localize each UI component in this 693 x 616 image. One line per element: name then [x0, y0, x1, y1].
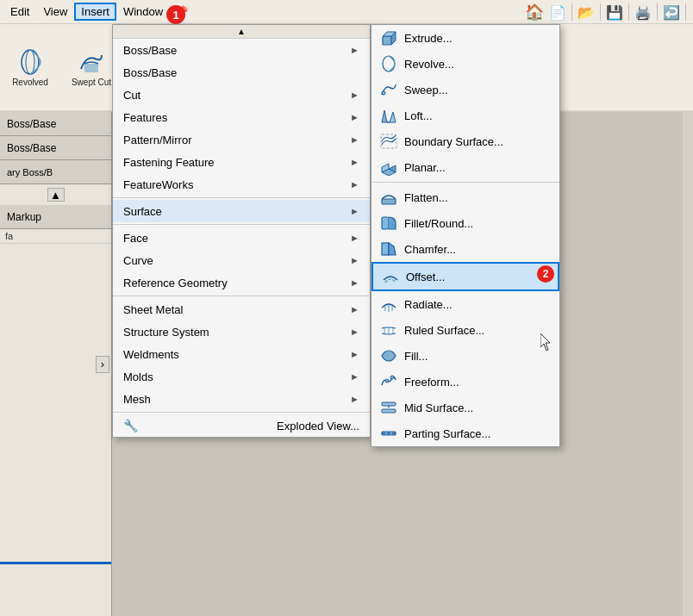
scrollbar[interactable]: [683, 112, 693, 616]
svg-point-13: [383, 56, 395, 72]
svg-marker-15: [382, 110, 387, 122]
arrow-icon-face: ►: [350, 233, 359, 243]
arrow-icon-cut: ►: [350, 90, 359, 100]
surface-loft[interactable]: Loft...: [371, 103, 559, 128]
dropdown-up-arrow[interactable]: ▲: [237, 27, 246, 36]
svg-point-27: [385, 379, 389, 383]
panel-tab-label4: Markup: [7, 211, 41, 223]
insert-fastening[interactable]: Fastening Feature ►: [113, 151, 370, 173]
separator-2: [113, 224, 370, 225]
menu-window[interactable]: Window: [116, 3, 170, 21]
save-icon[interactable]: 💾: [606, 4, 623, 21]
insert-boss-base-1[interactable]: Boss/Base ►: [113, 39, 370, 61]
revolved-button[interactable]: Revolved: [7, 41, 53, 93]
insert-sheet-metal[interactable]: Sheet Metal ►: [113, 298, 370, 320]
insert-surface[interactable]: Surface ►: [113, 200, 370, 222]
separator-3: [113, 296, 370, 296]
svg-rect-21: [382, 199, 396, 204]
insert-exploded-view[interactable]: 🔧 Exploded View...: [113, 414, 370, 437]
insert-mesh[interactable]: Mesh ►: [113, 388, 370, 410]
surface-sweep[interactable]: Sweep...: [371, 77, 559, 103]
arrow-icon-features: ►: [350, 112, 359, 122]
surface-parting[interactable]: Parting Surface...: [371, 420, 559, 446]
arrow-icon-curve: ►: [350, 255, 359, 265]
menu-bar: Edit View Insert Window 📌 🏠 📄 📂 💾 🖨️ ↩️: [0, 0, 693, 24]
insert-features[interactable]: Features ►: [113, 106, 370, 128]
menu-view[interactable]: View: [36, 3, 74, 21]
surface-freeform[interactable]: Freeform...: [371, 369, 559, 395]
insert-boss-base-2[interactable]: Boss/Base: [113, 61, 370, 84]
open-icon[interactable]: 📂: [578, 4, 595, 21]
arrow-icon-sheetmetal: ►: [350, 304, 359, 314]
svg-rect-2: [84, 64, 98, 72]
surface-fillet-round[interactable]: Fillet/Round...: [371, 210, 559, 236]
surface-extrude[interactable]: Extrude...: [371, 25, 559, 51]
insert-pattern-mirror[interactable]: Pattern/Mirror ►: [113, 128, 370, 151]
panel-tab-label: Boss/Base: [7, 118, 56, 130]
panel-tab-bossb[interactable]: ary Boss/B: [0, 160, 111, 184]
svg-marker-16: [387, 112, 396, 122]
arrow-icon-fw: ►: [350, 179, 359, 190]
surface-flatten[interactable]: Flatten...: [371, 184, 559, 210]
insert-molds[interactable]: Molds ►: [113, 365, 370, 388]
panel-tab-markup[interactable]: Markup: [0, 205, 111, 229]
arrow-icon-structure: ►: [350, 327, 359, 337]
svg-point-1: [26, 50, 34, 74]
submenu-sep-1: [371, 182, 559, 183]
new-icon[interactable]: 📄: [549, 4, 566, 21]
panel-indicator: [0, 562, 111, 564]
print-icon[interactable]: 🖨️: [634, 4, 652, 21]
insert-dropdown: ▲ Boss/Base ► Boss/Base Cut ► Features ►…: [112, 24, 371, 438]
arrow-icon-molds: ►: [350, 371, 359, 382]
insert-featureworks[interactable]: FeatureWorks ►: [113, 173, 370, 196]
arrow-icon-mesh: ►: [350, 394, 359, 404]
panel-tab-bossbase1[interactable]: Boss/Base: [0, 112, 111, 136]
panel-tab-label2: Boss/Base: [7, 142, 56, 154]
insert-ref-geometry[interactable]: Reference Geometry ►: [113, 271, 370, 294]
insert-curve[interactable]: Curve ►: [113, 249, 370, 271]
menu-edit[interactable]: Edit: [3, 3, 36, 21]
surface-revolve[interactable]: Revolve...: [371, 51, 559, 77]
badge-2: 2: [537, 265, 554, 283]
svg-point-0: [22, 50, 39, 74]
nav-right-up[interactable]: ›: [96, 356, 109, 373]
panel-tab-label3: ary Boss/B: [7, 167, 53, 177]
swept-cut-label: Swept Cut: [72, 78, 111, 87]
svg-point-28: [390, 376, 394, 379]
surface-ruled[interactable]: Ruled Surface...: [371, 317, 559, 343]
surface-boundary[interactable]: Boundary Surface...: [371, 128, 559, 154]
surface-radiate[interactable]: Radiate...: [371, 291, 559, 317]
surface-offset[interactable]: Offset... 2: [371, 262, 559, 291]
separator-4: [113, 412, 370, 413]
revolved-label: Revolved: [12, 78, 48, 87]
surface-submenu: Extrude... Revolve... Sweep... Loft... B…: [371, 24, 560, 447]
arrow-icon-fastening: ►: [350, 157, 359, 167]
svg-rect-10: [383, 36, 391, 45]
insert-weldments[interactable]: Weldments ►: [113, 343, 370, 365]
arrow-icon-refgeo: ►: [350, 277, 359, 288]
undo-icon[interactable]: ↩️: [663, 4, 680, 21]
home-icon[interactable]: 🏠: [525, 3, 544, 22]
left-panel: Boss/Base Boss/Base ary Boss/B ▲ Markup …: [0, 112, 112, 616]
svg-rect-22: [382, 217, 389, 229]
badge-1: 1: [166, 5, 185, 24]
exploded-icon: 🔧: [123, 419, 138, 432]
arrow-icon: ►: [350, 45, 359, 55]
panel-label-fa: fa: [0, 229, 111, 244]
nav-up-arrow[interactable]: ▲: [47, 188, 65, 202]
svg-point-14: [382, 91, 385, 95]
surface-planar[interactable]: Planar...: [371, 154, 559, 180]
svg-rect-29: [382, 402, 396, 406]
panel-tab-bossbase2[interactable]: Boss/Base: [0, 136, 111, 160]
insert-cut[interactable]: Cut ►: [113, 84, 370, 106]
svg-rect-23: [382, 243, 389, 255]
svg-rect-30: [382, 409, 396, 413]
menu-insert[interactable]: Insert: [74, 3, 116, 21]
surface-chamfer[interactable]: Chamfer...: [371, 236, 559, 262]
surface-fill[interactable]: Fill...: [371, 343, 559, 369]
surface-mid[interactable]: Mid Surface...: [371, 395, 559, 420]
separator-1: [113, 197, 370, 198]
arrow-icon-weld: ►: [350, 349, 359, 359]
insert-structure-system[interactable]: Structure System ►: [113, 320, 370, 343]
insert-face[interactable]: Face ►: [113, 227, 370, 249]
